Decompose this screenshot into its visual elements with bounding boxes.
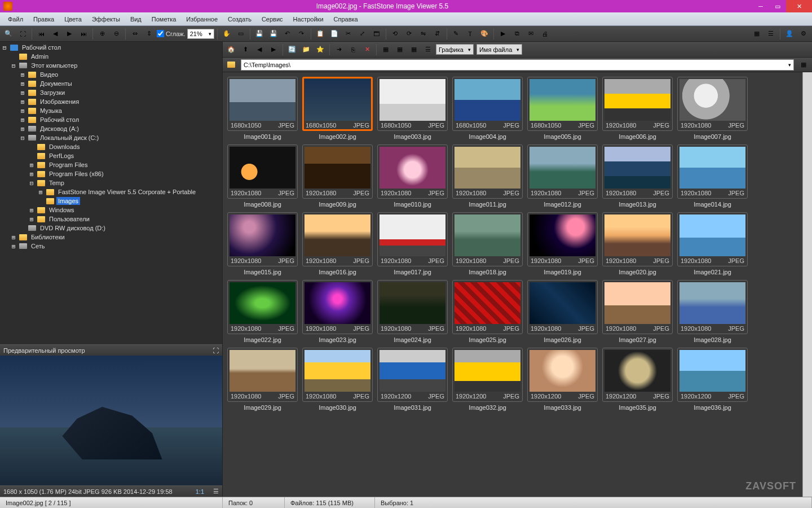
thumbnail[interactable]: 1920x1080JPEGImage018.jpg <box>452 212 523 275</box>
thumbs-small-icon[interactable]: ▦ <box>379 43 392 56</box>
thumbnail[interactable]: 1920x1200JPEGImage032.jpg <box>452 348 523 411</box>
print-icon[interactable]: 🖨 <box>539 28 551 40</box>
compare-icon[interactable]: ⧉ <box>511 28 523 40</box>
maximize-button[interactable]: ▭ <box>769 0 786 12</box>
close-button[interactable]: ✕ <box>786 0 812 12</box>
tree-expander-icon[interactable]: ⊞ <box>19 98 26 106</box>
thumbnail[interactable]: 1920x1080JPEGImage029.jpg <box>227 348 298 411</box>
tree-expander-icon[interactable]: ⊞ <box>19 116 26 124</box>
folder-tree[interactable]: ⊟Рабочий столAdmin⊟Этот компьютер⊞Видео⊞… <box>0 42 222 344</box>
favorites-icon[interactable]: ⭐ <box>314 43 326 56</box>
tree-node[interactable]: ⊞Музыка <box>1 106 221 115</box>
draw-icon[interactable]: ✎ <box>450 28 462 40</box>
view-list-icon[interactable]: ☰ <box>765 28 777 40</box>
zoom-region-icon[interactable]: 🔍 <box>2 28 15 40</box>
tree-expander-icon[interactable]: ⊞ <box>28 216 35 223</box>
tree-node[interactable]: ⊞Windows <box>1 205 221 214</box>
tree-node[interactable]: ⊟Рабочий стол <box>1 43 221 52</box>
tree-node[interactable]: ⊞Видео <box>1 70 221 79</box>
thumbnail[interactable]: 1920x1080JPEGImage027.jpg <box>602 280 673 343</box>
text-icon[interactable]: T <box>464 28 476 40</box>
forward-icon[interactable]: ▶ <box>267 43 280 56</box>
menu-цвета[interactable]: Цвета <box>60 14 86 24</box>
thumbnail[interactable]: 1680x1050JPEGImage002.jpg <box>302 77 373 140</box>
menu-файл[interactable]: Файл <box>3 14 28 24</box>
menu-избранное[interactable]: Избранное <box>182 14 222 24</box>
tree-node[interactable]: ⊞FastStone Image Viewer 5.5 Corporate + … <box>1 187 221 196</box>
save-as-icon[interactable]: 💾 <box>267 28 280 40</box>
smooth-checkbox[interactable]: Сглаж. <box>157 30 186 37</box>
thumbnail[interactable]: 1920x1080JPEGImage017.jpg <box>377 212 448 275</box>
thumbnail[interactable]: 1920x1080JPEGImage028.jpg <box>677 280 748 343</box>
tree-node[interactable]: ⊞Дисковод (A:) <box>1 124 221 133</box>
thumbnail[interactable]: 1920x1080JPEGImage023.jpg <box>302 280 373 343</box>
list-view-icon[interactable]: ☰ <box>422 43 434 56</box>
thumbnail[interactable]: 1920x1200JPEGImage031.jpg <box>377 348 448 411</box>
path-input[interactable]: C:\Temp\Images\ ▾ <box>241 59 794 71</box>
thumbnail[interactable]: 1920x1080JPEGImage011.jpg <box>452 144 523 208</box>
nav-prev-icon[interactable]: ◀ <box>49 28 61 40</box>
tree-expander-icon[interactable]: ⊟ <box>10 62 17 69</box>
paste-icon[interactable]: 📄 <box>328 28 341 40</box>
preview-image[interactable] <box>0 356 222 485</box>
hand-tool-icon[interactable]: ✋ <box>220 28 233 40</box>
color-icon[interactable]: 🎨 <box>478 28 491 40</box>
thumbnail[interactable]: 1920x1200JPEGImage036.jpg <box>677 348 748 411</box>
fullscreen-icon[interactable]: ⛶ <box>16 28 29 40</box>
rotate-right-icon[interactable]: ⟳ <box>403 28 416 40</box>
tree-expander-icon[interactable]: ⊞ <box>19 89 26 97</box>
crop-icon[interactable]: ✂ <box>342 28 355 40</box>
preview-ratio[interactable]: 1:1 <box>196 488 204 495</box>
thumbnail[interactable]: 1920x1080JPEGImage008.jpg <box>227 144 298 208</box>
tree-node[interactable]: ⊞Рабочий стол <box>1 115 221 124</box>
tree-expander-icon[interactable]: ⊞ <box>19 125 26 133</box>
minimize-button[interactable]: ─ <box>752 0 769 12</box>
tree-node[interactable]: DVD RW дисковод (D:) <box>1 224 221 233</box>
flip-h-icon[interactable]: ⇋ <box>417 28 430 40</box>
copy-to-icon[interactable]: ⎘ <box>347 43 359 56</box>
zoom-in-icon[interactable]: ⊕ <box>96 28 108 40</box>
thumbnail-grid[interactable]: 1680x1050JPEGImage001.jpg1680x1050JPEGIm… <box>223 72 802 497</box>
zoom-out-icon[interactable]: ⊖ <box>110 28 122 40</box>
tree-node[interactable]: ⊞Program Files (x86) <box>1 169 221 178</box>
thumbnail[interactable]: 1920x1080JPEGImage015.jpg <box>227 212 298 275</box>
thumbnail[interactable]: 1920x1080JPEGImage016.jpg <box>302 212 373 275</box>
fit-height-icon[interactable]: ⇕ <box>143 28 155 40</box>
tree-expander-icon[interactable]: ⊞ <box>19 71 26 78</box>
thumbnail[interactable]: 1920x1080JPEGImage006.jpg <box>602 77 673 140</box>
tree-node[interactable]: ⊞Загрузки <box>1 88 221 97</box>
nav-first-icon[interactable]: ⏮ <box>35 28 47 40</box>
menu-настройки[interactable]: Настройки <box>289 14 328 24</box>
save-icon[interactable]: 💾 <box>253 28 266 40</box>
tree-node[interactable]: ⊞Сеть <box>1 242 221 251</box>
tree-node[interactable]: Images <box>1 196 221 205</box>
move-icon[interactable]: ➜ <box>333 43 345 56</box>
scrollbar-vertical[interactable] <box>802 72 812 497</box>
thumbnail[interactable]: 1920x1200JPEGImage035.jpg <box>602 348 673 411</box>
menu-пометка[interactable]: Пометка <box>147 14 181 24</box>
flip-v-icon[interactable]: ⇵ <box>431 28 444 40</box>
thumbnail[interactable]: 1680x1050JPEGImage005.jpg <box>527 77 598 140</box>
tree-node[interactable]: ⊞Program Files <box>1 160 221 169</box>
tree-node[interactable]: ⊟Локальный диск (C:) <box>1 133 221 142</box>
tree-node[interactable]: PerfLogs <box>1 151 221 160</box>
canvas-icon[interactable]: 🗔 <box>370 28 383 40</box>
thumbnail[interactable]: 1920x1080JPEGImage019.jpg <box>527 212 598 275</box>
tree-expander-icon[interactable]: ⊞ <box>28 170 35 178</box>
email-icon[interactable]: ✉ <box>525 28 537 40</box>
tree-expander-icon[interactable]: ⊟ <box>19 134 26 142</box>
thumbs-med-icon[interactable]: ▦ <box>394 43 406 56</box>
thumbnail[interactable]: 1920x1080JPEGImage012.jpg <box>527 144 598 208</box>
thumbnail[interactable]: 1680x1050JPEGImage001.jpg <box>227 77 298 140</box>
thumbnail[interactable]: 1920x1080JPEGImage021.jpg <box>677 212 748 275</box>
thumbnail[interactable]: 1920x1080JPEGImage007.jpg <box>677 77 748 140</box>
up-icon[interactable]: ⬆ <box>239 43 251 56</box>
thumbnail[interactable]: 1920x1080JPEGImage020.jpg <box>602 212 673 275</box>
thumbnail[interactable]: 1920x1080JPEGImage014.jpg <box>677 144 748 208</box>
tree-expander-icon[interactable]: ⊟ <box>1 44 8 51</box>
sort-by-combo[interactable]: Имя файла▾ <box>476 44 522 55</box>
contact-icon[interactable]: 👤 <box>783 28 796 40</box>
tree-expander-icon[interactable]: ⊞ <box>10 243 17 250</box>
tree-expander-icon[interactable]: ⊞ <box>19 80 26 87</box>
menu-правка[interactable]: Правка <box>29 14 59 24</box>
